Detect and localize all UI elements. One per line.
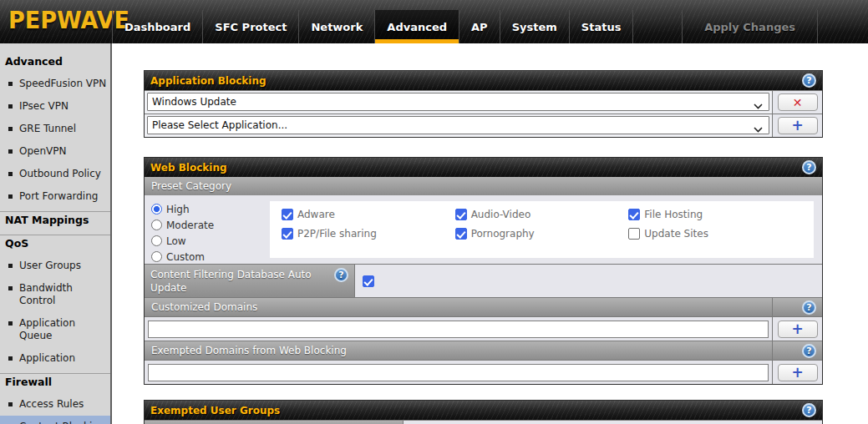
help-icon[interactable]: ?	[802, 300, 816, 315]
web-blocking-title: Web Blocking	[150, 162, 227, 174]
preset-level-moderate[interactable]: Moderate	[151, 217, 270, 233]
selected-application-value: Windows Update	[152, 96, 236, 108]
checkbox-icon[interactable]	[455, 228, 467, 240]
section-gap	[144, 385, 823, 400]
category-update-sites[interactable]: Update Sites	[628, 228, 802, 240]
web-blocking-header: Web Blocking ?	[145, 158, 822, 177]
sidebar-item-user-groups[interactable]: User Groups	[0, 255, 110, 277]
sidebar-item-outbound-policy[interactable]: Outbound Policy	[0, 163, 110, 185]
remove-application-cell: ✕	[772, 91, 822, 114]
bullet-icon	[8, 149, 13, 154]
sidebar-item-application[interactable]: Application	[0, 347, 110, 370]
sidebar-item-gre-tunnel[interactable]: GRE Tunnel	[0, 118, 110, 140]
application-blocking-panel: Application Blocking ? Windows Update ✕ …	[144, 70, 823, 138]
add-icon: +	[791, 119, 803, 133]
category-audio-video[interactable]: Audio-Video	[455, 209, 629, 220]
tab-status[interactable]: Status	[570, 10, 634, 43]
help-icon[interactable]: ?	[802, 73, 816, 88]
customized-domains-input-cell	[145, 317, 772, 341]
preset-level-high[interactable]: High	[151, 201, 270, 217]
apply-changes-button[interactable]: Apply Changes	[682, 10, 818, 43]
help-icon[interactable]: ?	[802, 403, 816, 417]
application-blocking-title: Application Blocking	[150, 75, 266, 87]
exempted-domains-header-row: Exempted Domains from Web Blocking ?	[145, 341, 822, 360]
checkbox-icon[interactable]	[282, 228, 293, 240]
radio-label: Moderate	[166, 220, 214, 231]
chevron-down-icon	[754, 100, 763, 112]
radio-label: High	[166, 204, 190, 215]
remove-application-button[interactable]: ✕	[778, 93, 818, 111]
checkbox-label: Pornography	[471, 228, 535, 240]
radio-icon[interactable]	[151, 235, 162, 246]
tab-advanced[interactable]: Advanced	[375, 10, 459, 43]
sidebar-item-port-forwarding[interactable]: Port Forwarding	[0, 185, 110, 208]
sidebar-item-openvpn[interactable]: OpenVPN	[0, 140, 110, 163]
auto-update-checkbox[interactable]	[363, 275, 374, 287]
exempted-user-groups-panel: Exempted User Groups ?	[144, 400, 823, 424]
exempted-user-groups-header: Exempted User Groups ?	[145, 401, 822, 420]
sidebar: Advanced SpeedFusion VPN IPsec VPN GRE T…	[0, 43, 112, 424]
bullet-icon	[8, 127, 13, 131]
radio-icon[interactable]	[151, 251, 162, 262]
tab-label: Advanced	[387, 21, 447, 33]
bullet-icon	[8, 82, 13, 86]
tab-label: System	[512, 21, 557, 33]
sidebar-item-label: Access Rules	[19, 398, 84, 411]
help-icon[interactable]: ?	[802, 344, 816, 358]
checkbox-icon[interactable]	[455, 209, 467, 220]
preset-level-custom[interactable]: Custom	[151, 249, 270, 265]
checkbox-label: Audio-Video	[471, 209, 531, 220]
bullet-icon	[8, 286, 13, 290]
tab-ap[interactable]: AP	[459, 10, 500, 43]
sidebar-item-application-queue[interactable]: Application Queue	[0, 312, 110, 347]
checkbox-icon[interactable]	[282, 209, 293, 220]
preset-category-body: High Moderate Low Custom Adware Audio-Vi…	[145, 195, 822, 264]
bullet-icon	[8, 321, 13, 326]
add-exempted-domain-button[interactable]: +	[778, 364, 818, 381]
bullet-icon	[8, 356, 13, 361]
sidebar-header-firewall: Firewall	[0, 373, 110, 393]
sidebar-item-bandwidth-control[interactable]: Bandwidth Control	[0, 277, 110, 312]
auto-update-label-cell: Content Filtering Database Auto Update ?	[145, 265, 355, 297]
add-application-button[interactable]: +	[778, 117, 818, 134]
sidebar-item-label: IPsec VPN	[19, 100, 69, 113]
customized-domains-label: Customized Domains	[151, 301, 257, 313]
category-p2p-file-sharing[interactable]: P2P/File sharing	[282, 228, 455, 240]
sidebar-item-content-blocking[interactable]: Content Blocking	[0, 416, 110, 424]
help-icon[interactable]: ?	[334, 268, 348, 282]
blocked-application-select[interactable]: Windows Update	[147, 93, 769, 111]
help-icon[interactable]: ?	[802, 160, 816, 174]
checkbox-icon[interactable]	[628, 209, 640, 220]
tab-system[interactable]: System	[500, 10, 570, 43]
exempted-user-groups-label-cell	[145, 421, 404, 424]
radio-label: Custom	[166, 251, 205, 263]
tab-dashboard[interactable]: Dashboard	[113, 10, 203, 43]
checkbox-icon[interactable]	[628, 228, 640, 240]
sidebar-item-label: SpeedFusion VPN	[19, 78, 106, 90]
radio-icon[interactable]	[151, 204, 162, 215]
category-adware[interactable]: Adware	[282, 209, 455, 220]
preset-level-low[interactable]: Low	[151, 233, 270, 249]
sidebar-header-qos[interactable]: QoS	[0, 235, 110, 255]
sidebar-header-nat-mappings[interactable]: NAT Mappings	[0, 211, 110, 231]
radio-icon[interactable]	[151, 220, 162, 230]
tab-sfc-protect[interactable]: SFC Protect	[203, 10, 299, 43]
sidebar-item-speedfusion-vpn[interactable]: SpeedFusion VPN	[0, 73, 110, 95]
category-pornography[interactable]: Pornography	[455, 228, 629, 240]
sidebar-item-ipsec-vpn[interactable]: IPsec VPN	[0, 95, 110, 118]
checkbox-label: Update Sites	[644, 228, 708, 240]
sidebar-item-label: User Groups	[19, 260, 81, 272]
exempted-domains-help-cell: ?	[772, 341, 822, 360]
sidebar-item-access-rules[interactable]: Access Rules	[0, 393, 110, 416]
bullet-icon	[8, 194, 13, 199]
add-customized-domain-button[interactable]: +	[778, 321, 818, 338]
tab-network[interactable]: Network	[299, 10, 375, 43]
exempted-domains-input[interactable]	[148, 364, 769, 381]
exempted-domains-add-cell: +	[772, 361, 822, 384]
category-file-hosting[interactable]: File Hosting	[628, 209, 802, 220]
customized-domains-input[interactable]	[148, 321, 769, 338]
add-application-button-cell: +	[772, 114, 822, 137]
sidebar-item-label: Application Queue	[19, 317, 109, 342]
add-application-select[interactable]: Please Select Application...	[147, 116, 769, 134]
category-checkbox-panel: Adware Audio-Video File Hosting P2P/File…	[270, 201, 814, 258]
